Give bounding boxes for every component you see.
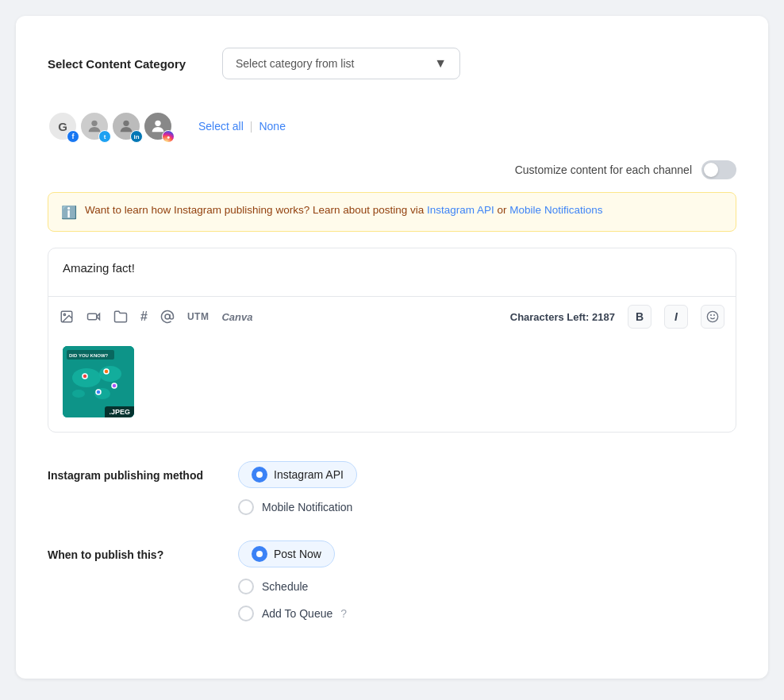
- none-link[interactable]: None: [259, 120, 285, 133]
- italic-button[interactable]: I: [664, 305, 688, 329]
- twitter-badge: t: [98, 130, 111, 143]
- svg-point-19: [112, 383, 117, 388]
- radio-outer-now: [252, 546, 267, 562]
- category-row: Select Content Category Select category …: [48, 48, 736, 79]
- svg-point-13: [99, 366, 121, 382]
- select-all-link[interactable]: Select all: [198, 120, 244, 133]
- avatar-person-twitter[interactable]: t: [79, 111, 110, 141]
- avatar-google-facebook[interactable]: G f: [48, 111, 78, 141]
- radio-label-queue: Add To Queue: [262, 607, 332, 620]
- radio-mobile-notification[interactable]: Mobile Notification: [238, 499, 357, 515]
- svg-point-8: [707, 311, 717, 321]
- radio-outer-queue: [238, 606, 254, 621]
- category-label: Select Content Category: [48, 57, 190, 71]
- hashtag-icon[interactable]: #: [140, 310, 148, 324]
- editor-content[interactable]: Amazing fact!: [48, 248, 736, 296]
- when-to-publish-options: Post Now Schedule Add To Queue ?: [238, 540, 347, 621]
- customize-row: Customize content for each channel: [48, 160, 736, 179]
- channels-row: G f t in: [48, 111, 736, 141]
- main-card: Select Content Category Select category …: [16, 16, 768, 679]
- media-file-type: .JPEG: [105, 406, 134, 417]
- publishing-method-label: Instagram publishing method: [48, 461, 206, 482]
- radio-add-to-queue[interactable]: Add To Queue ?: [238, 606, 347, 621]
- radio-inner-api: [256, 471, 263, 478]
- svg-point-7: [165, 314, 170, 319]
- publishing-method-section: Instagram publishing method Instagram AP…: [48, 461, 736, 515]
- svg-point-1: [123, 121, 129, 126]
- chevron-down-icon: ▼: [434, 56, 447, 71]
- svg-point-17: [104, 369, 109, 374]
- emoji-button[interactable]: [701, 305, 724, 329]
- instagram-badge: ●: [162, 130, 175, 143]
- category-select-placeholder: Select category from list: [236, 57, 354, 70]
- info-text: Want to learn how Instagram publishing w…: [85, 204, 602, 216]
- radio-label-mobile: Mobile Notification: [262, 501, 352, 513]
- linkedin-badge: in: [130, 130, 143, 143]
- radio-label-api: Instagram API: [274, 468, 344, 481]
- toggle-thumb: [704, 163, 718, 177]
- char-count: Characters Left: 2187: [510, 311, 615, 323]
- info-icon: ℹ️: [61, 205, 77, 220]
- radio-inner-now: [256, 551, 263, 557]
- facebook-badge: f: [67, 130, 79, 143]
- radio-label-now: Post Now: [274, 548, 321, 560]
- editor-box: Amazing fact! # UTM: [48, 248, 736, 433]
- svg-rect-5: [88, 313, 97, 320]
- utm-icon[interactable]: UTM: [187, 311, 209, 322]
- divider: |: [250, 120, 253, 133]
- radio-outer-api: [252, 467, 267, 483]
- avatar-instagram[interactable]: ●: [143, 111, 173, 141]
- radio-post-now[interactable]: Post Now: [238, 540, 347, 567]
- publishing-method-options: Instagram API Mobile Notification: [238, 461, 357, 515]
- radio-schedule[interactable]: Schedule: [238, 579, 347, 594]
- select-links: Select all | None: [198, 120, 286, 133]
- when-to-publish-section: When to publish this? Post Now Schedule …: [48, 540, 736, 621]
- help-icon[interactable]: ?: [340, 607, 347, 620]
- radio-instagram-api[interactable]: Instagram API: [238, 461, 357, 488]
- svg-point-4: [63, 313, 65, 315]
- svg-point-16: [83, 374, 87, 379]
- video-icon[interactable]: [86, 310, 101, 324]
- customize-toggle[interactable]: [701, 160, 736, 179]
- radio-outer-schedule: [238, 579, 254, 594]
- bold-button[interactable]: B: [628, 305, 651, 329]
- avatar-person-linkedin[interactable]: in: [111, 111, 141, 141]
- radio-label-schedule: Schedule: [262, 580, 308, 593]
- radio-outer-mobile: [238, 499, 254, 515]
- mentions-icon[interactable]: [160, 310, 175, 324]
- svg-point-15: [72, 390, 85, 398]
- radio-pill-api[interactable]: Instagram API: [238, 461, 357, 488]
- info-banner: ℹ️ Want to learn how Instagram publishin…: [48, 192, 736, 232]
- svg-text:DID YOU KNOW?: DID YOU KNOW?: [69, 353, 109, 358]
- media-thumbnail[interactable]: DID YOU KNOW? .JPEG: [63, 346, 134, 417]
- image-icon[interactable]: [60, 310, 74, 324]
- mobile-notifications-link[interactable]: Mobile Notifications: [509, 204, 602, 216]
- category-select-dropdown[interactable]: Select category from list ▼: [222, 48, 460, 79]
- svg-point-18: [96, 390, 101, 394]
- radio-pill-now[interactable]: Post Now: [238, 540, 335, 567]
- canva-icon[interactable]: Canva: [221, 311, 252, 323]
- customize-label: Customize content for each channel: [515, 163, 692, 176]
- avatars-group: G f t in: [48, 111, 175, 141]
- editor-toolbar: # UTM Canva Characters Left: 2187 B I: [48, 296, 736, 337]
- folder-icon[interactable]: [113, 310, 128, 324]
- svg-point-0: [91, 121, 97, 126]
- when-to-publish-label: When to publish this?: [48, 540, 206, 561]
- svg-point-2: [155, 121, 160, 126]
- instagram-api-link[interactable]: Instagram API: [427, 204, 494, 216]
- media-area: DID YOU KNOW? .JPEG: [48, 337, 736, 432]
